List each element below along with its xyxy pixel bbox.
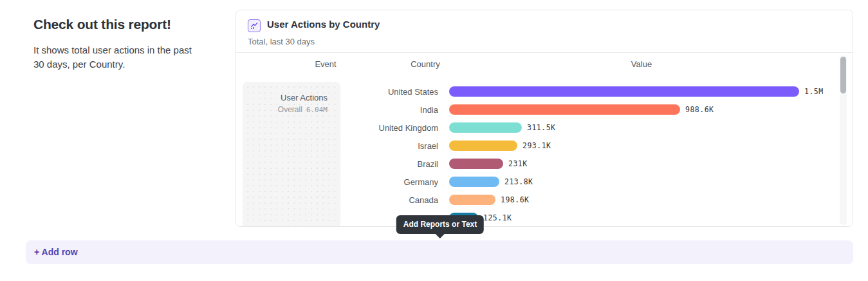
chart-row: Canada198.6K (236, 191, 853, 209)
tooltip-label: Add Reports or Text (403, 220, 477, 229)
report-builder-page: Check out this report! It shows total us… (0, 0, 868, 281)
country-label: United States (236, 87, 438, 97)
bar-chart: United States1.5MIndia988.6KUnited Kingd… (236, 82, 853, 227)
value-bar[interactable] (449, 159, 503, 169)
value-label: 293.1K (522, 141, 551, 150)
chart-area: Event Country Value User Actions Overall… (236, 53, 853, 226)
country-label: Canada (236, 195, 438, 205)
value-label: 231K (508, 159, 528, 168)
chart-row: United States1.5M (236, 82, 853, 101)
value-bar[interactable] (449, 195, 495, 205)
chart-row: United Kingdom311.5K (236, 119, 853, 137)
country-label: Germany (236, 177, 438, 187)
chart-row: Germany213.8K (236, 173, 853, 191)
tooltip-arrow (436, 234, 445, 238)
line-chart-icon (248, 19, 261, 32)
value-label: 1.5M (804, 87, 824, 96)
value-bar[interactable] (449, 122, 522, 133)
report-card: User Actions by Country Total, last 30 d… (235, 10, 853, 227)
report-title: User Actions by Country (267, 19, 380, 30)
country-label: Brazil (236, 159, 438, 169)
value-bar[interactable] (449, 104, 680, 115)
value-label: 311.5K (527, 123, 556, 132)
add-row-label: + Add row (26, 240, 853, 264)
value-label: 213.8K (504, 177, 533, 186)
chart-scrollbar[interactable] (840, 55, 847, 225)
chart-row: India988.6K (236, 101, 853, 119)
value-bar[interactable] (449, 140, 517, 151)
value-label: 198.6K (501, 195, 530, 204)
value-label: 988.6K (685, 105, 714, 114)
country-label: Israel (236, 141, 438, 151)
column-header-country: Country (411, 60, 440, 69)
intro-block: Check out this report! It shows total us… (33, 17, 194, 72)
chart-row: France125.1K (236, 209, 853, 227)
page-title: Check out this report! (33, 17, 194, 32)
value-bar[interactable] (449, 177, 499, 187)
value-bar[interactable] (449, 86, 799, 97)
value-label: 125.1K (483, 213, 512, 222)
add-row-button[interactable]: + Add row (26, 240, 853, 264)
report-card-header: User Actions by Country Total, last 30 d… (236, 10, 853, 53)
country-label: India (236, 105, 438, 115)
add-reports-tooltip: Add Reports or Text (396, 215, 484, 234)
report-subtitle: Total, last 30 days (248, 37, 315, 46)
chart-row: Israel293.1K (236, 137, 853, 155)
column-header-event: Event (315, 60, 336, 69)
intro-description: It shows total user actions in the past … (33, 43, 194, 72)
scrollbar-thumb[interactable] (840, 57, 846, 93)
chart-row: Brazil231K (236, 155, 853, 173)
column-header-value: Value (631, 60, 652, 69)
country-label: United Kingdom (236, 123, 438, 133)
